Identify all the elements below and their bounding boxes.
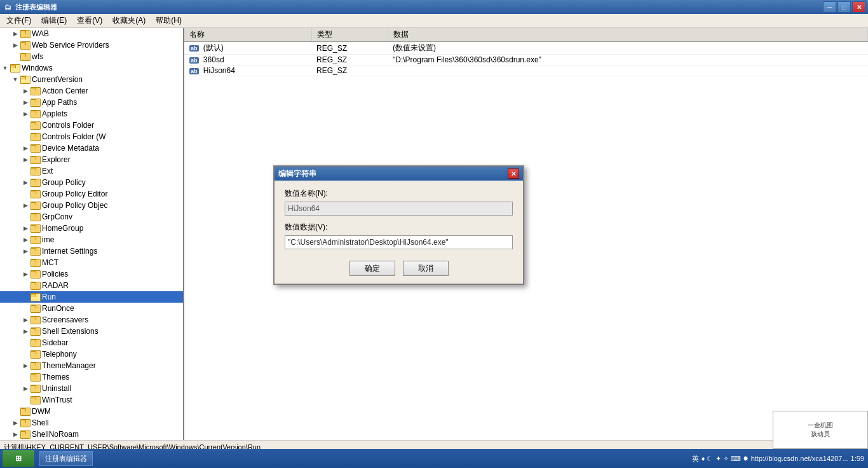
expand-icon-grouppolicyobj: ▶	[20, 200, 31, 210]
reg-type-hijson: REG_SZ	[311, 65, 388, 76]
tree-item-wintrust[interactable]: WinTrust	[0, 394, 183, 406]
tree-label-shell: Shell	[32, 418, 49, 427]
reg-name-360sd: ab 360sd	[184, 55, 311, 65]
start-button[interactable]: ⊞	[3, 450, 34, 467]
tree-item-applets[interactable]: ▶ Applets	[0, 108, 183, 120]
tree-label-ext: Ext	[42, 167, 53, 176]
menu-favorites[interactable]: 收藏夹(A)	[107, 14, 151, 27]
tree-item-policies[interactable]: ▶ Policies	[0, 268, 183, 280]
tree-label-dwm: DWM	[32, 407, 51, 416]
tree-item-mct[interactable]: MCT	[0, 257, 183, 268]
menu-file[interactable]: 文件(F)	[1, 14, 36, 27]
tree-item-screensavers[interactable]: ▶ Screensavers	[0, 314, 183, 326]
tree-item-thememanager[interactable]: ▶ ThemeManager	[0, 360, 183, 371]
tray-icons: ♦ ☾ ✦ ✧ ⌨ ✸	[702, 455, 749, 463]
dialog-name-input[interactable]	[285, 202, 513, 216]
col-data[interactable]: 数据	[388, 28, 868, 42]
expand-icon-themes	[20, 372, 31, 382]
folder-icon-grouppolicy	[31, 178, 41, 187]
expand-icon-internetsettings: ▶	[20, 246, 31, 256]
maximize-button[interactable]: □	[837, 1, 851, 13]
tree-item-grouppolicy[interactable]: ▶ Group Policy	[0, 177, 183, 188]
tree-label-homegroup: HomeGroup	[42, 224, 83, 233]
expand-icon-homegroup: ▶	[20, 223, 31, 233]
tree-item-sidebar[interactable]: Sidebar	[0, 337, 183, 348]
tree-item-explorer[interactable]: ▶ Explorer	[0, 154, 183, 165]
expand-icon-wintrust	[20, 395, 31, 405]
tree-item-actioncenter[interactable]: ▶ Action Center	[0, 85, 183, 97]
tray-lang: 英	[692, 454, 699, 464]
tree-item-apppaths[interactable]: ▶ App Paths	[0, 97, 183, 108]
expand-icon-telephony	[20, 349, 31, 359]
taskbar-item-label: 注册表编辑器	[45, 454, 87, 464]
col-name[interactable]: 名称	[184, 28, 311, 42]
tree-item-themes[interactable]: Themes	[0, 371, 183, 383]
tree-item-wfs[interactable]: ▶ wfs	[0, 51, 183, 62]
taskbar-regedit[interactable]: 注册表编辑器	[39, 451, 93, 466]
reg-name-hijson: ab HiJson64	[184, 65, 311, 76]
folder-icon-ext	[31, 167, 41, 176]
tree-item-internetsettings[interactable]: ▶ Internet Settings	[0, 245, 183, 257]
tree-item-uninstall[interactable]: ▶ Uninstall	[0, 383, 183, 394]
table-row[interactable]: ab HiJson64 REG_SZ	[184, 65, 868, 76]
expand-icon-uninstall: ▶	[20, 383, 31, 394]
tree-label-internetsettings: Internet Settings	[42, 247, 97, 256]
ab-icon-360sd: ab	[189, 57, 199, 64]
dialog-ok-button[interactable]: 确定	[349, 261, 395, 276]
tree-label-actioncenter: Action Center	[42, 86, 88, 95]
tree-scroll[interactable]: ▶ WAB ▶ Web Service Providers ▶ wfs ▼ Wi…	[0, 28, 183, 440]
tree-item-telephony[interactable]: Telephony	[0, 348, 183, 360]
menu-bar: 文件(F) 编辑(E) 查看(V) 收藏夹(A) 帮助(H)	[0, 14, 868, 28]
tree-pane: ▶ WAB ▶ Web Service Providers ▶ wfs ▼ Wi…	[0, 28, 184, 440]
tree-item-shell[interactable]: ▶ Shell	[0, 417, 183, 429]
tree-item-currentversion[interactable]: ▼ CurrentVersion	[0, 74, 183, 85]
tree-item-runonce[interactable]: RunOnce	[0, 303, 183, 314]
folder-icon-controlsfolder	[31, 121, 41, 130]
tree-item-radar[interactable]: RADAR	[0, 280, 183, 291]
tree-item-homegroup[interactable]: ▶ HomeGroup	[0, 223, 183, 234]
tree-item-controlsfolder2[interactable]: Controls Folder (W	[0, 131, 183, 142]
dialog-data-input[interactable]	[285, 235, 513, 249]
folder-icon-homegroup	[31, 224, 41, 233]
window-controls: ─ □ ✕	[823, 1, 865, 13]
tree-item-grouppolicyeditor[interactable]: Group Policy Editor	[0, 188, 183, 200]
dialog-cancel-button[interactable]: 取消	[403, 261, 449, 276]
table-row[interactable]: ab (默认) REG_SZ (数值未设置)	[184, 42, 868, 55]
minimize-button[interactable]: ─	[823, 1, 836, 13]
corner-widget: 一金机图 孩动员	[773, 411, 868, 449]
tree-item-grouppolicyobj[interactable]: ▶ Group Policy Objec	[0, 200, 183, 211]
menu-help[interactable]: 帮助(H)	[151, 14, 187, 27]
expand-icon-controlsfolder2	[20, 132, 31, 142]
tree-item-controlsfolder[interactable]: Controls Folder	[0, 120, 183, 131]
menu-edit[interactable]: 编辑(E)	[36, 14, 72, 27]
dialog-close-button[interactable]: ✕	[508, 169, 519, 179]
tree-item-shellnoroam[interactable]: ▶ ShellNoRoam	[0, 429, 183, 440]
tree-item-ext[interactable]: Ext	[0, 165, 183, 177]
close-button[interactable]: ✕	[852, 1, 865, 13]
title-bar-text: 注册表编辑器	[15, 3, 823, 12]
tree-item-shellext[interactable]: ▶ Shell Extensions	[0, 326, 183, 337]
col-type[interactable]: 类型	[311, 28, 388, 42]
tree-label-shellext: Shell Extensions	[42, 327, 98, 336]
tree-label-explorer: Explorer	[42, 155, 71, 164]
tree-item-run[interactable]: Run	[0, 291, 183, 303]
expand-icon-windows: ▼	[0, 63, 10, 73]
menu-view[interactable]: 查看(V)	[72, 14, 107, 27]
folder-icon-apppaths	[31, 98, 41, 107]
tree-label-controlsfolder: Controls Folder	[42, 121, 94, 130]
tree-item-grpconv[interactable]: GrpConv	[0, 211, 183, 223]
table-row[interactable]: ab 360sd REG_SZ "D:\Program Files\360\36…	[184, 55, 868, 65]
reg-data-360sd: "D:\Program Files\360\360sd\360sdrun.exe…	[388, 55, 868, 65]
tree-item-dwm[interactable]: DWM	[0, 406, 183, 417]
expand-icon-policies: ▶	[20, 269, 31, 279]
tree-item-webservice[interactable]: ▶ Web Service Providers	[0, 39, 183, 51]
tree-item-wab[interactable]: ▶ WAB	[0, 28, 183, 39]
tree-item-ime[interactable]: ▶ ime	[0, 234, 183, 245]
tree-item-windows[interactable]: ▼ Windows	[0, 62, 183, 74]
expand-icon-wfs: ▶	[10, 52, 20, 62]
expand-icon-mct	[20, 258, 31, 268]
tree-label-run: Run	[42, 292, 56, 301]
folder-icon-grpconv	[31, 212, 41, 221]
tree-item-devicemetadata[interactable]: ▶ Device Metadata	[0, 142, 183, 154]
expand-icon-screensavers: ▶	[20, 315, 31, 325]
